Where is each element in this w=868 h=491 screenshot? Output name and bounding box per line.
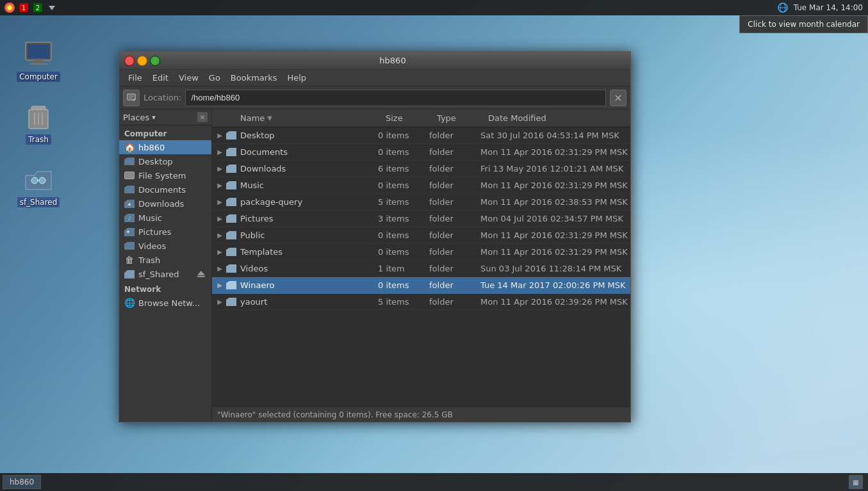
menu-bookmarks[interactable]: Bookmarks — [225, 71, 283, 85]
file-list: ▶ Desktop 0 items folder Sat 30 Jul 2016… — [212, 127, 630, 406]
expand-arrow[interactable]: ▶ — [215, 298, 225, 305]
sidebar-item-filesystem[interactable]: File System — [119, 168, 211, 182]
table-row[interactable]: ▶ Templates 0 items folder Mon 11 Apr 20… — [212, 244, 630, 261]
folder-icon — [225, 248, 238, 256]
taskbar-top: 1 2 Tue Mar 14, 14:00 Cli — [0, 0, 868, 15]
file-size: 0 items — [378, 181, 429, 190]
file-name: Public — [238, 230, 378, 240]
desktop-icon-sfshared[interactable]: sf_Shared — [13, 164, 64, 207]
sidebar-item-browse-network[interactable]: 🌐 Browse Netw... — [119, 296, 211, 310]
sfshared-label: sf_Shared — [17, 197, 60, 207]
eject-button[interactable] — [196, 269, 206, 279]
col-header-type[interactable]: Type — [432, 111, 483, 125]
sidebar-item-music[interactable]: ♪ Music — [119, 211, 211, 225]
folder-icon — [225, 181, 238, 189]
table-row[interactable]: ▶ Winaero 0 items folder Tue 14 Mar 2017… — [212, 277, 630, 294]
sidebar-item-hb860[interactable]: 🏠 hb860 — [119, 140, 211, 154]
file-list-area: Name ▼ Size Type Date Modified ▶ — [212, 109, 630, 422]
app-icon-2[interactable]: 2 — [32, 2, 44, 13]
clock-display[interactable]: Tue Mar 14, 14:00 — [794, 3, 863, 12]
menu-go[interactable]: Go — [204, 71, 225, 85]
expand-arrow[interactable]: ▶ — [215, 149, 225, 156]
svg-point-2 — [8, 6, 12, 10]
places-dropdown[interactable]: ▾ — [152, 113, 156, 122]
sidebar-item-pictures[interactable]: Pictures — [119, 225, 211, 239]
folder-icon — [225, 298, 238, 306]
arrow-icon[interactable] — [46, 2, 58, 13]
file-type: folder — [429, 131, 480, 140]
pictures-folder-icon — [124, 227, 135, 237]
file-size: 5 items — [378, 197, 429, 207]
col-header-name[interactable]: Name ▼ — [235, 111, 381, 125]
location-input[interactable] — [185, 90, 606, 106]
sidebar-item-desktop[interactable]: Desktop — [119, 154, 211, 168]
file-type: folder — [429, 181, 480, 190]
file-name: Winaero — [238, 280, 378, 290]
sidebar-close-button[interactable]: ✕ — [197, 112, 208, 122]
app-icon-1[interactable]: 1 — [18, 2, 29, 13]
col-header-size[interactable]: Size — [381, 111, 432, 125]
svg-rect-35 — [197, 276, 205, 277]
places-label: Places — [123, 113, 149, 122]
file-type: folder — [429, 164, 480, 173]
sidebar-header: Places ▾ ✕ — [119, 109, 211, 125]
table-row[interactable]: ▶ Desktop 0 items folder Sat 30 Jul 2016… — [212, 127, 630, 144]
menu-view[interactable]: View — [174, 71, 204, 85]
desktop-icon-computer[interactable]: Computer — [13, 38, 64, 82]
col-header-date[interactable]: Date Modified — [483, 111, 630, 125]
expand-arrow[interactable]: ▶ — [215, 265, 225, 272]
folder-icon — [225, 131, 238, 140]
taskbar-bottom: hb860 ▦ — [0, 473, 868, 491]
table-row[interactable]: ▶ package-query 5 items folder Mon 11 Ap… — [212, 194, 630, 211]
taskbar-show-desktop-button[interactable]: ▦ — [849, 475, 863, 489]
file-type: folder — [429, 264, 480, 273]
folder-icon — [225, 214, 238, 223]
desktop-icon-trash[interactable]: Trash — [13, 101, 64, 145]
expand-arrow[interactable]: ▶ — [215, 132, 225, 139]
svg-text:♪: ♪ — [127, 216, 131, 221]
file-size: 0 items — [378, 280, 429, 290]
expand-arrow[interactable]: ▶ — [215, 282, 225, 289]
file-list-header: Name ▼ Size Type Date Modified — [212, 109, 630, 127]
location-edit-button[interactable] — [123, 90, 140, 106]
expand-arrow[interactable]: ▶ — [215, 215, 225, 222]
folder-icon — [225, 231, 238, 239]
menu-edit[interactable]: Edit — [147, 71, 174, 85]
table-row[interactable]: ▶ Pictures 3 items folder Mon 04 Jul 201… — [212, 211, 630, 227]
globe-icon[interactable] — [777, 2, 790, 13]
location-clear-button[interactable] — [610, 90, 626, 106]
table-row[interactable]: ▶ Documents 0 items folder Mon 11 Apr 20… — [212, 144, 630, 161]
menu-file[interactable]: File — [123, 71, 147, 85]
taskbar-bottom-item-hb860[interactable]: hb860 — [3, 475, 41, 489]
expand-arrow[interactable]: ▶ — [215, 198, 225, 205]
table-row[interactable]: ▶ Videos 1 item folder Sun 03 Jul 2016 1… — [212, 261, 630, 277]
expand-arrow[interactable]: ▶ — [215, 232, 225, 239]
table-row[interactable]: ▶ Downloads 6 items folder Fri 13 May 20… — [212, 161, 630, 177]
table-row[interactable]: ▶ Music 0 items folder Mon 11 Apr 2016 0… — [212, 177, 630, 194]
sort-arrow: ▼ — [267, 115, 272, 122]
downloads-folder-icon — [124, 198, 135, 209]
maximize-button[interactable] — [150, 56, 160, 66]
menu-help[interactable]: Help — [282, 71, 311, 85]
table-row[interactable]: ▶ yaourt 5 items folder Mon 11 Apr 2016 … — [212, 294, 630, 310]
firefox-icon[interactable] — [4, 2, 15, 13]
expand-arrow[interactable]: ▶ — [215, 182, 225, 189]
table-row[interactable]: ▶ Public 0 items folder Mon 11 Apr 2016 … — [212, 227, 630, 244]
sidebar-item-sfshared[interactable]: sf_Shared — [119, 267, 211, 281]
expand-arrow[interactable]: ▶ — [215, 248, 225, 255]
sidebar-item-documents[interactable]: Documents — [119, 182, 211, 197]
documents-folder-icon — [124, 184, 135, 195]
taskbar-top-left: 1 2 — [0, 2, 61, 13]
folder-icon — [124, 156, 135, 166]
svg-point-20 — [31, 177, 38, 184]
sidebar-item-downloads[interactable]: Downloads — [119, 197, 211, 211]
file-type: folder — [429, 247, 480, 257]
folder-icon — [225, 264, 238, 273]
file-type: folder — [429, 147, 480, 157]
sidebar-item-videos[interactable]: Videos — [119, 239, 211, 253]
minimize-button[interactable] — [137, 56, 147, 66]
file-date: Sun 03 Jul 2016 11:28:14 PM MSK — [480, 264, 628, 273]
expand-arrow[interactable]: ▶ — [215, 165, 225, 172]
sidebar-item-trash[interactable]: 🗑 Trash — [119, 253, 211, 267]
close-button[interactable] — [124, 56, 135, 66]
